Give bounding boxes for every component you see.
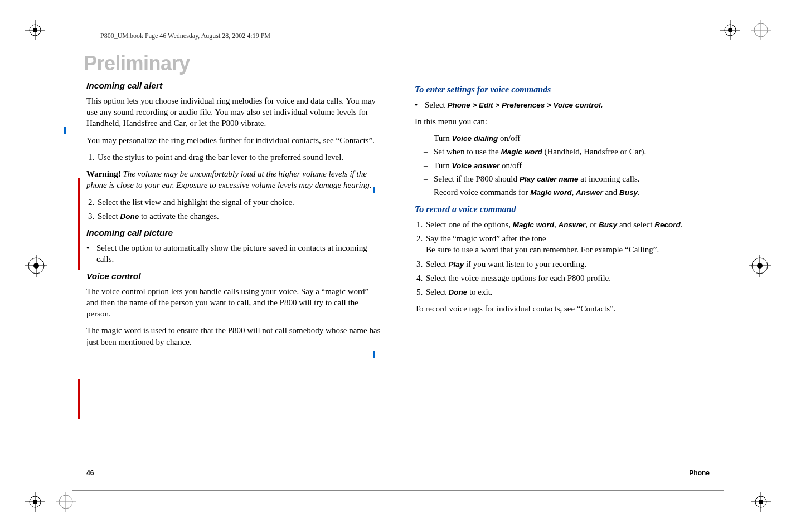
crop-mark-br [751,492,771,512]
running-header: P800_UM.book Page 46 Wednesday, August 2… [100,31,270,40]
page-number: 46 [86,468,94,477]
steps-alert: Use the stylus to point and drag the bar… [86,152,381,163]
heading-incoming-call-picture: Incoming call picture [86,227,381,239]
watermark-preliminary: Preliminary [84,50,190,77]
para-alert-intro: This option lets you choose individual r… [86,95,381,129]
dash-play-caller-name: Select if the P800 should Play caller na… [434,173,710,184]
svg-point-7 [728,28,732,32]
crop-mark-tr2 [751,20,771,40]
step-rec-5: Select Done to exit. [425,286,710,297]
ui-done: Done [120,212,139,221]
page-content: Incoming call alert This option lets you… [86,78,710,460]
step-rec-1: Select one of the options, Magic word, A… [425,219,710,230]
bullet-picture-option: Select the option to automatically show … [96,242,381,265]
ui-menu-path: Phone > Edit > Preferences > Voice contr… [447,101,603,109]
bullet-select-voice-control: Select Phone > Edit > Preferences > Voic… [425,99,710,110]
svg-point-21 [759,500,763,504]
warning-label: Warning! [86,169,121,178]
heading-record-voice-command: To record a voice command [415,203,710,216]
bullets-picture: Select the option to automatically show … [86,242,381,265]
svg-point-29 [757,263,763,269]
para-voice-1: The voice control option lets you handle… [86,286,381,320]
crop-mark-tl [25,20,45,40]
step-alert-3: Select Done to activate the changes. [96,211,381,222]
bullets-select-path: Select Phone > Edit > Preferences > Voic… [415,99,710,110]
dash-magic-word: Set when to use the Magic word (Handheld… [434,146,710,157]
change-bar [78,178,80,270]
para-menu-can: In this menu you can: [415,116,710,127]
footer-rule [72,490,724,491]
warning-body: The volume may be uncomfortably loud at … [86,169,371,189]
heading-voice-control: Voice control [86,271,381,282]
change-bar [64,127,66,134]
crop-mark-tr [720,20,740,40]
steps-record: Select one of the options, Magic word, A… [415,219,710,298]
dash-voice-dialing: Turn Voice dialing on/off [434,133,710,144]
step-alert-1: Use the stylus to point and drag the bar… [96,152,381,163]
steps-alert-cont: Select the list view and highlight the s… [86,197,381,222]
svg-point-3 [33,28,37,32]
warning-volume: Warning! The volume may be uncomfortably… [86,168,381,191]
registration-target-left [25,255,47,277]
page-footer: 46 Phone [86,468,710,477]
section-name: Phone [689,468,710,477]
dash-record-commands: Record voice commands for Magic word, An… [434,187,710,198]
svg-point-25 [33,263,39,269]
step-rec-2: Say the “magic word” after the tone Be s… [425,233,710,256]
registration-target-right [749,255,771,277]
para-voice-2: The magic word is used to ensure that th… [86,325,381,348]
dash-list-settings: Turn Voice dialing on/off Set when to us… [415,133,710,198]
dash-voice-answer: Turn Voice answer on/off [434,160,710,171]
step-alert-2: Select the list view and highlight the s… [96,197,381,208]
heading-incoming-call-alert: Incoming call alert [86,80,381,92]
para-record-tags: To record voice tags for individual cont… [415,303,710,314]
crop-mark-bl2 [56,492,76,512]
heading-enter-settings: To enter settings for voice commands [415,84,710,96]
change-bar [78,379,80,419]
para-alert-personalize: You may personalize the ring melodies fu… [86,135,381,146]
header-rule [72,42,724,42]
step-rec-4: Select the voice message options for eac… [425,272,710,284]
crop-mark-bl [25,492,45,512]
svg-point-14 [33,500,37,504]
step-rec-3: Select Play if you want listen to your r… [425,258,710,270]
